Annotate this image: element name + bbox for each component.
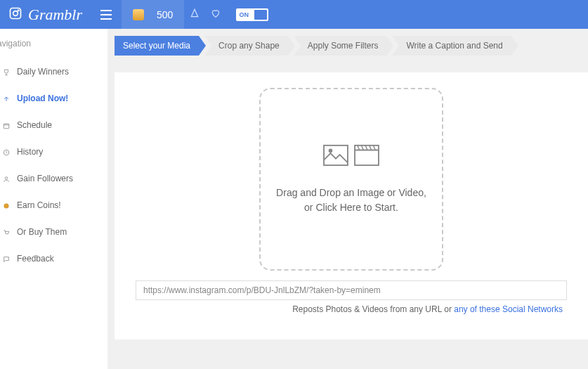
toggle-label: ON [236, 11, 251, 18]
brand-text: Gramblr [28, 6, 82, 24]
sidebar-item-label: Upload Now! [17, 93, 68, 103]
sidebar-item-label: Feedback [17, 254, 54, 264]
step-label: Crop any Shape [218, 41, 280, 51]
video-icon [353, 144, 380, 169]
dropzone-icons [322, 144, 380, 169]
trophy-icon [3, 68, 10, 75]
sidebar-item-label: History [17, 147, 43, 157]
sidebar-item-daily-winners[interactable]: Daily Winners [0, 58, 107, 85]
sidebar-item-label: Gain Followers [17, 174, 73, 183]
sidebar-item-feedback[interactable]: Feedback [0, 245, 107, 272]
top-header: Gramblr 500 ON [0, 0, 588, 29]
step-caption-send[interactable]: Write a Caption and Send [392, 36, 511, 56]
sidebar-item-earn-coins[interactable]: Earn Coins! [0, 192, 107, 219]
feedback-icon [3, 255, 10, 262]
step-label: Select your Media [123, 41, 190, 51]
sidebar-item-gain-followers[interactable]: Gain Followers [0, 165, 107, 192]
svg-rect-7 [324, 145, 348, 165]
sidebar-item-label: Or Buy Them [17, 227, 67, 237]
notification-icon[interactable] [184, 8, 205, 20]
step-label: Apply Some Filters [308, 41, 379, 51]
svg-point-1 [13, 11, 18, 16]
dropzone-line1: Drag and Drop an Image or Video, [276, 186, 426, 200]
step-apply-filters[interactable]: Apply Some Filters [294, 36, 387, 56]
main-area: Select your Media Crop any Shape Apply S… [107, 29, 588, 369]
history-icon [3, 148, 10, 155]
svg-point-2 [18, 10, 19, 11]
sidebar-item-or-buy-them[interactable]: Or Buy Them [0, 219, 107, 245]
sidebar: avigation Daily Winners Upload Now! Sche… [0, 29, 107, 369]
sidebar-item-label: Schedule [17, 120, 52, 130]
camera-icon [8, 6, 22, 22]
dropzone-line2: or Click Here to Start. [276, 200, 426, 214]
cart-icon [3, 228, 10, 235]
upload-icon [3, 95, 10, 102]
nav-heading: avigation [0, 39, 107, 58]
dropzone[interactable]: Drag and Drop an Image or Video, or Clic… [259, 88, 443, 271]
dropzone-text: Drag and Drop an Image or Video, or Clic… [276, 186, 426, 214]
social-networks-link[interactable]: any of these Social Networks [454, 304, 563, 314]
sidebar-item-label: Earn Coins! [17, 200, 61, 210]
coin-small-icon [3, 202, 10, 209]
followers-icon [3, 175, 10, 182]
coins-display[interactable]: 500 [122, 0, 184, 29]
svg-point-8 [329, 150, 332, 153]
sidebar-item-history[interactable]: History [0, 138, 107, 165]
toggle-knob [254, 10, 267, 20]
coins-count: 500 [157, 9, 173, 20]
svg-point-6 [4, 204, 9, 209]
menu-toggle-button[interactable] [91, 0, 122, 29]
calendar-icon [3, 122, 10, 129]
sidebar-item-schedule[interactable]: Schedule [0, 112, 107, 138]
upload-panel: Drag and Drop an Image or Video, or Clic… [115, 72, 588, 339]
helper-text: Reposts Photos & Videos from any URL or … [136, 304, 567, 314]
on-off-toggle[interactable]: ON [236, 8, 268, 21]
logo[interactable]: Gramblr [0, 0, 91, 29]
svg-point-5 [5, 177, 7, 179]
image-icon [322, 144, 349, 169]
step-label: Write a Caption and Send [406, 41, 502, 51]
svg-rect-3 [4, 124, 9, 129]
step-crop-shape[interactable]: Crop any Shape [204, 36, 288, 56]
sidebar-item-upload-now[interactable]: Upload Now! [0, 85, 107, 112]
coins-icon [133, 9, 144, 20]
url-input[interactable] [136, 280, 567, 300]
heart-icon[interactable] [205, 8, 226, 20]
step-select-media[interactable]: Select your Media [115, 36, 199, 56]
helper-static: Reposts Photos & Videos from any URL or [292, 304, 454, 314]
sidebar-item-label: Daily Winners [17, 67, 69, 77]
step-breadcrumb: Select your Media Crop any Shape Apply S… [115, 36, 588, 56]
